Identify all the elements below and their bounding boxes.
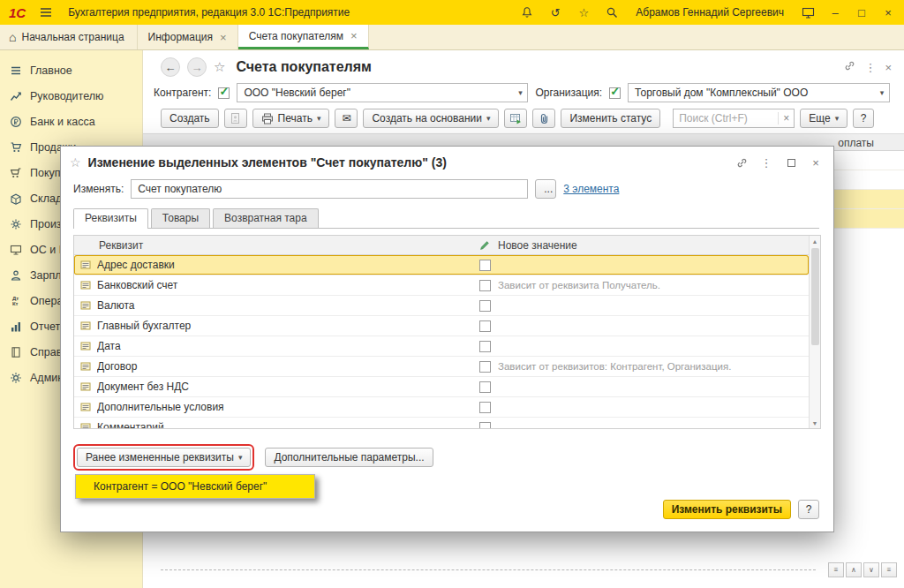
attribute-checkbox[interactable]: [479, 341, 491, 352]
tab-tovary[interactable]: Товары: [151, 208, 210, 228]
attribute-row[interactable]: Договор Зависит от реквизитов: Контраген…: [74, 357, 809, 377]
help-button[interactable]: ?: [853, 109, 874, 128]
chevron-down-icon[interactable]: ▾: [513, 88, 527, 97]
tab-vozvratnaya-tara[interactable]: Возвратная тара: [213, 208, 319, 228]
dialog-help-button[interactable]: ?: [798, 500, 819, 519]
copy-document-icon[interactable]: [224, 109, 247, 128]
change-target-field[interactable]: Счет покупателю: [131, 179, 528, 199]
attribute-checkbox[interactable]: [479, 422, 491, 430]
scroll-up-button[interactable]: ∧: [846, 562, 862, 577]
attribute-checkbox[interactable]: [479, 320, 491, 332]
tab-close-icon[interactable]: ×: [220, 31, 227, 44]
apply-changes-button[interactable]: Изменить реквизиты: [663, 500, 791, 519]
post-register-icon[interactable]: [504, 109, 527, 128]
attribute-checkbox[interactable]: [479, 402, 491, 413]
attribute-row[interactable]: Дата: [74, 336, 809, 357]
attribute-row[interactable]: Главный бухгалтер: [74, 316, 809, 336]
get-link-icon[interactable]: [733, 154, 750, 171]
attribute-checkbox[interactable]: [479, 280, 491, 291]
tab-scheta-pokupatelyam[interactable]: Счета покупателям ×: [238, 25, 369, 49]
scrollbar-thumb[interactable]: [811, 248, 819, 345]
additional-params-button[interactable]: Дополнительные параметры...: [265, 448, 433, 467]
scroll-up-icon[interactable]: ▲: [810, 236, 820, 246]
search-field[interactable]: ×: [673, 109, 795, 128]
attribute-column-header: Реквизит: [97, 239, 471, 252]
attribute-row[interactable]: Комментарий: [74, 418, 809, 429]
horizontal-scrollbar[interactable]: [161, 569, 816, 570]
scroll-down-icon[interactable]: ▼: [810, 418, 820, 428]
close-button[interactable]: ×: [878, 2, 899, 23]
tab-rekvizity[interactable]: Реквизиты: [73, 208, 148, 229]
scroll-down-button[interactable]: ∨: [863, 562, 879, 577]
attribute-checkbox[interactable]: [479, 300, 491, 312]
warehouse-box-icon: [9, 192, 22, 205]
change-status-button[interactable]: Изменить статус: [561, 109, 660, 128]
change-what-row: Изменять: Счет покупателю ... 3 элемента: [73, 178, 819, 200]
print-button[interactable]: Печать ▾: [252, 109, 330, 128]
create-button[interactable]: Создать: [161, 109, 219, 128]
counterparty-label: Контрагент:: [154, 87, 211, 99]
favorite-star-icon[interactable]: ☆: [70, 155, 81, 170]
dialog-title: Изменение выделенных элементов "Счет пок…: [88, 155, 726, 170]
close-dialog-icon[interactable]: ×: [807, 154, 825, 171]
history-icon[interactable]: ↺: [544, 2, 567, 23]
tab-close-icon[interactable]: ×: [350, 29, 358, 42]
sales-cart-icon: [9, 140, 22, 154]
attribute-row[interactable]: Адрес доставки: [74, 255, 809, 275]
elements-count-link[interactable]: 3 элемента: [563, 183, 619, 195]
list-menu-button[interactable]: ≡: [881, 562, 897, 577]
attribute-row[interactable]: Банковский счет Зависит от реквизита Пол…: [74, 275, 809, 296]
vertical-scrollbar[interactable]: ▲ ▼: [809, 236, 820, 428]
chevron-down-icon[interactable]: ▾: [875, 88, 889, 97]
attribute-row[interactable]: Дополнительные условия: [74, 397, 809, 418]
people-icon: [9, 268, 22, 282]
attribute-row[interactable]: Документ без НДС: [74, 377, 809, 397]
bulk-edit-dialog: ☆ Изменение выделенных элементов "Счет п…: [60, 146, 834, 532]
list-settings-button[interactable]: ≡: [828, 562, 844, 577]
more-button[interactable]: Еще ▾: [800, 109, 848, 128]
monitor-icon[interactable]: [796, 2, 819, 23]
attribute-checkbox[interactable]: [479, 260, 491, 271]
tab-label: Информация: [148, 31, 213, 43]
previously-changed-button[interactable]: Ранее измененные реквизиты ▾: [77, 448, 251, 467]
sidebar-item-rukovoditelyu[interactable]: Руководителю: [0, 83, 142, 109]
close-page-icon[interactable]: ×: [885, 61, 892, 74]
favorite-star-icon[interactable]: ☆: [214, 59, 225, 75]
get-link-icon[interactable]: [844, 60, 855, 74]
sidebar-item-glavnoe[interactable]: Главное: [0, 57, 142, 83]
dialog-footer: Изменить реквизиты ?: [663, 500, 819, 519]
main-menu-icon[interactable]: [34, 2, 57, 23]
dropdown-item[interactable]: Контрагент = ООО "Невский берег": [76, 475, 314, 498]
counterparty-combobox[interactable]: ООО "Невский берег" ▾: [237, 83, 528, 102]
maximize-button[interactable]: □: [851, 2, 872, 23]
back-button[interactable]: ←: [161, 57, 180, 77]
organization-combobox[interactable]: Торговый дом "Комплексный" ООО ▾: [628, 83, 890, 102]
choose-button[interactable]: ...: [535, 179, 556, 199]
page-title: Счета покупателям: [236, 59, 837, 75]
maximize-dialog-icon[interactable]: [782, 154, 800, 171]
notifications-bell-icon[interactable]: [516, 2, 539, 23]
favorites-star-icon[interactable]: ☆: [572, 2, 595, 23]
attribute-row[interactable]: Валюта: [74, 296, 809, 316]
sidebar-item-bank-i-kassa[interactable]: Банк и касса: [0, 109, 142, 134]
clear-search-icon[interactable]: ×: [778, 112, 794, 124]
printer-icon: [261, 113, 274, 124]
minimize-button[interactable]: –: [825, 2, 846, 23]
app-title: Бухгалтерия предприятия, редакция 3.0 1С…: [68, 6, 350, 19]
search-icon[interactable]: [600, 2, 623, 23]
more-icon[interactable]: ⋮: [864, 61, 876, 74]
tab-informatsiya[interactable]: Информация ×: [138, 25, 238, 49]
organization-checkbox[interactable]: ✓: [609, 87, 621, 99]
paperclip-icon[interactable]: [532, 109, 555, 128]
attribute-checkbox[interactable]: [479, 361, 491, 373]
tab-home[interactable]: ⌂ Начальная страница: [0, 25, 138, 49]
attribute-checkbox[interactable]: [479, 381, 491, 393]
counterparty-checkbox[interactable]: ✓: [218, 87, 230, 99]
create-based-on-button[interactable]: Создать на основании ▾: [363, 109, 499, 128]
change-label: Изменять:: [73, 183, 124, 195]
more-icon[interactable]: ⋮: [757, 154, 775, 171]
forward-button[interactable]: →: [187, 57, 207, 77]
user-menu[interactable]: Абрамов Геннадий Сергеевич: [629, 6, 791, 19]
search-input[interactable]: [674, 110, 778, 126]
email-envelope-icon[interactable]: ✉: [335, 109, 358, 128]
